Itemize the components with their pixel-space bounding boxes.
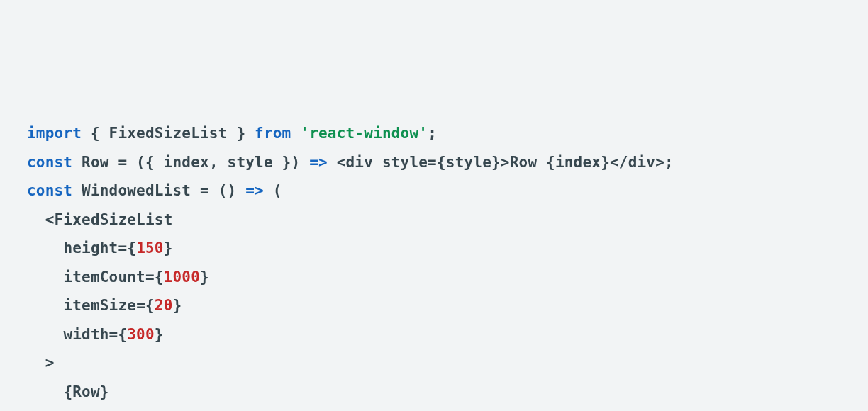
code-line-6: <FixedSizeList xyxy=(27,206,868,235)
code-block: import { FixedSizeList } from 'react-win… xyxy=(27,119,868,411)
number-literal: 1000 xyxy=(164,269,200,286)
arrow-operator: => xyxy=(245,182,264,199)
jsx-open-tag: <FixedSizeList xyxy=(45,211,173,228)
code-line-8: itemCount={1000} xyxy=(27,263,868,292)
code-line-3: const Row = ({ index, style }) => <div s… xyxy=(27,148,868,177)
keyword-import: import xyxy=(27,125,82,142)
number-literal: 300 xyxy=(127,326,155,343)
string-literal: 'react-window' xyxy=(300,125,428,142)
code-line-11: > xyxy=(27,349,868,378)
code-line-12: {Row} xyxy=(27,378,868,407)
keyword-const: const xyxy=(27,154,72,171)
keyword-const: const xyxy=(27,182,72,199)
number-literal: 150 xyxy=(136,240,164,257)
number-literal: 20 xyxy=(155,297,173,314)
code-line-10: width={300} xyxy=(27,320,868,349)
keyword-from: from xyxy=(255,125,291,142)
arrow-operator: => xyxy=(309,154,328,171)
code-line-1: import { FixedSizeList } from 'react-win… xyxy=(27,119,868,148)
code-line-7: height={150} xyxy=(27,234,868,263)
code-line-9: itemSize={20} xyxy=(27,291,868,320)
code-line-13: </FixedSizeList> xyxy=(27,406,868,411)
code-line-5: const WindowedList = () => ( xyxy=(27,176,868,206)
